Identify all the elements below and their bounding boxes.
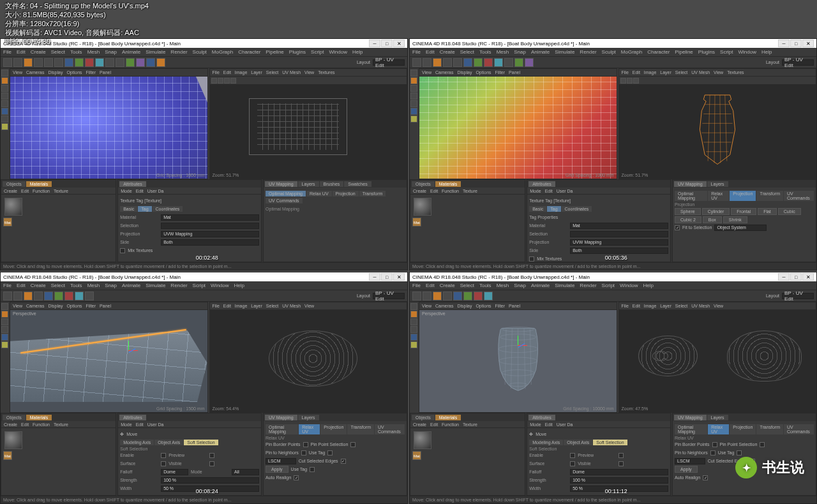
axis-icon[interactable] [1,123,8,130]
tab-attributes[interactable]: Attributes [119,181,146,187]
redo-icon[interactable] [13,58,22,67]
select-tool-icon[interactable] [24,58,33,67]
perspective-viewport[interactable]: ViewCamerasDisplayOptionsFilterPanel Per… [10,68,208,179]
point-mode-icon[interactable] [1,85,8,92]
projection-dropdown[interactable]: UVW Mapping [161,231,259,237]
uv-mapping-panel[interactable]: UV MappingLayers Optimal MappingRelax UV… [672,179,816,262]
uv-viewport[interactable]: FileEditImageLayerSelectUV MeshViewTextu… [209,68,408,179]
proj-shrink-button[interactable]: Shrink [723,216,747,223]
mix-textures-checkbox[interactable] [120,248,125,253]
perspective-viewport[interactable]: ViewCamerasDisplayOptionsFilterPanel Per… [10,302,208,413]
minimize-button[interactable]: ─ [369,40,380,47]
selection-field[interactable] [161,223,259,229]
tab-uv-mapping[interactable]: UV Mapping [265,181,297,187]
workplane-icon[interactable] [1,115,8,122]
uv-viewport[interactable]: FileEditImageLayerSelectUV MeshView Zoom… [209,302,408,413]
proj-cubic-button[interactable]: Cubic [778,208,801,215]
side-dropdown[interactable]: Both [161,239,259,246]
rotate-tool-icon[interactable] [54,58,63,67]
tab-objects[interactable]: Objects [3,181,26,187]
uv-tool-icon[interactable] [218,78,223,84]
proj-sphere-button[interactable]: Sphere [675,208,701,215]
left-toolbar[interactable] [410,68,419,179]
attributes-panel[interactable]: Attributes ModeEditUser Da Texture Tag [… [117,179,262,262]
move-tool-icon[interactable] [34,58,43,67]
spline-icon[interactable] [136,58,145,67]
polygon-mode-icon[interactable] [1,100,8,107]
apply-button[interactable]: Apply [675,466,698,473]
proj-cubic2-button[interactable]: Cubic 2 [675,216,701,223]
uv-layout [249,98,347,155]
attributes-panel[interactable]: Attributes ModeEditUser Da ✥ Move Modeli… [527,413,671,496]
attributes-panel[interactable]: Attributes ModeEditUser Da Texture Tag [… [527,179,671,262]
titlebar[interactable]: CINEMA 4D R18.048 Studio (RC - R18) - [B… [1,272,407,281]
close-button[interactable]: ✕ [393,40,405,47]
edge-mode-icon[interactable] [1,93,8,100]
proj-frontal-button[interactable]: Frontal [731,208,756,215]
axis-x-icon[interactable] [64,58,73,67]
uv-viewport[interactable]: FileEditImageLayerSelectUV MeshView Zoom… [618,302,817,413]
attributes-panel[interactable]: Attributes ModeEditUser Da ✥ Move Modeli… [117,413,262,496]
titlebar[interactable]: CINEMA 4D R18.048 Studio (RC - R18) - [B… [410,272,816,281]
objects-panel[interactable]: ObjectsMaterials CreateEditFunctionTextu… [410,179,525,262]
axis-z-icon[interactable] [85,58,94,67]
object-mode-icon[interactable] [1,77,8,84]
viewport-menu[interactable]: ViewCamerasDisplayOptionsFilterPanel [10,69,207,77]
material-swatch[interactable]: Mat [3,218,12,226]
close-button[interactable]: ✕ [802,40,814,47]
uv-viewport-menu[interactable]: FileEditImageLayerSelectUV MeshViewTextu… [210,69,407,77]
material-field[interactable]: Mat [161,214,259,221]
uv-mapping-panel[interactable]: UV MappingLayers Optimal MappingRelax UV… [263,413,407,496]
axis-y-icon[interactable] [75,58,84,67]
main-toolbar[interactable]: LayoutBP - UV Edit [410,57,816,68]
uv-mapping-panel[interactable]: UV MappingLayers Optimal MappingRelax UV… [672,413,816,496]
fit-selection-checkbox[interactable] [675,225,680,230]
svg-line-8 [720,95,721,163]
main-menubar[interactable]: FileEditCreateSelectToolsMeshSnapAnimate… [410,48,816,57]
render-region-icon[interactable] [105,58,114,67]
uv-tool-icon[interactable] [211,78,217,84]
uv-mapping-panel[interactable]: UV MappingLayersBrushesSwatches Optimal … [263,179,407,262]
uv-viewport[interactable]: FileEditImageLayerSelectUV MeshViewTextu… [618,68,817,179]
proj-cylinder-button[interactable]: Cylinder [702,208,730,215]
material-thumbnail[interactable] [4,198,22,216]
maximize-button[interactable]: □ [381,40,393,47]
minimize-button[interactable]: ─ [778,40,790,47]
objects-panel[interactable]: ObjectsMaterials CreateEditFunctionTextu… [1,413,116,496]
layout-dropdown[interactable]: BP - UV Edit [373,59,405,66]
c4d-window-3: CINEMA 4D R18.048 Studio (RC - R18) - [B… [0,272,408,504]
transform-gizmo[interactable] [119,341,138,360]
svg-line-6 [708,95,710,161]
uv-tool-icon[interactable] [224,78,230,84]
proj-flat-button[interactable]: Flat [758,208,777,215]
texture-mode-icon[interactable] [1,108,8,115]
mesh-vase [479,322,557,394]
perspective-viewport[interactable]: ViewCamerasDisplayOptionsFilterPanel Per… [419,68,617,179]
transform-gizmo[interactable] [508,336,527,355]
generator-icon[interactable] [146,58,155,67]
deformer-icon[interactable] [156,58,165,67]
mesh-preview-colored [419,77,617,179]
primitive-icon[interactable] [126,58,135,67]
model-mode-icon[interactable] [1,70,8,77]
c4d-window-2: CINEMA 4D R18.048 Studio (RC - R18) - [B… [409,38,817,271]
undo-icon[interactable] [3,58,12,67]
lscm-dropdown[interactable]: LSCM [266,458,296,464]
timecode: 00:02:48 [196,255,218,261]
main-menubar[interactable]: FileEditCreateSelectToolsMeshSnapAnimate… [1,48,407,57]
main-toolbar[interactable]: Layout BP - UV Edit [1,57,407,68]
render-icon[interactable] [95,58,104,67]
titlebar[interactable]: CINEMA 4D R18.048 Studio (RC - R18) - [B… [410,39,816,48]
tab-materials[interactable]: Materials [26,181,52,187]
render-settings-icon[interactable] [116,58,124,67]
uv-tool-icon[interactable] [230,78,236,84]
objects-panel[interactable]: ObjectsMaterials CreateEditFunctionTextu… [410,413,525,496]
scale-tool-icon[interactable] [44,58,53,67]
video-thumbnails-grid: CINEMA 4D R18.048 Studio (RC - R18) - [B… [0,0,817,504]
left-toolbar[interactable] [1,68,10,179]
maximize-button[interactable]: □ [790,40,802,47]
perspective-viewport[interactable]: ViewCamerasDisplayOptionsFilterPanel Per… [419,302,617,413]
apply-button[interactable]: Apply [266,466,289,473]
objects-panel[interactable]: ObjectsMaterials CreateEditFunctionTextu… [1,179,116,262]
proj-box-button[interactable]: Box [703,216,722,223]
